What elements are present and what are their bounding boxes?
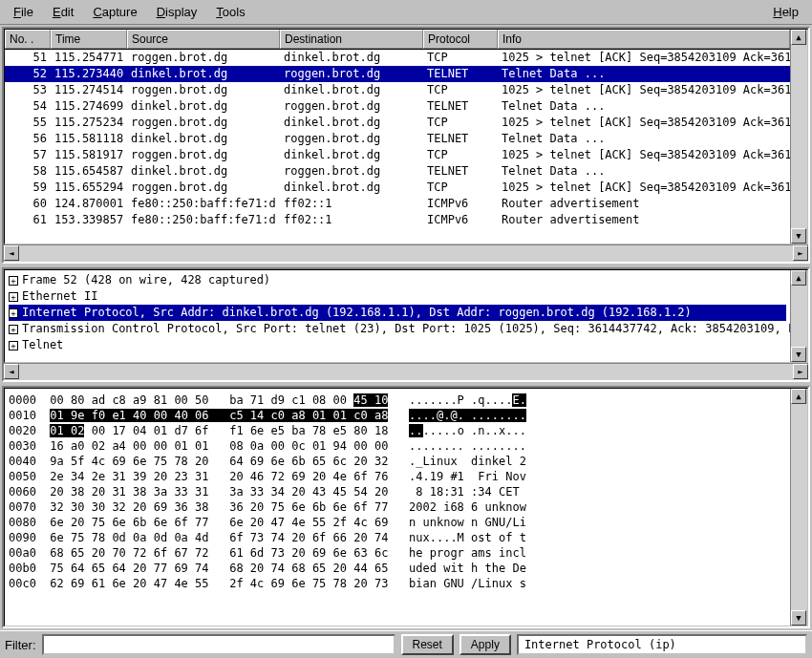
packet-cell: ICMPv6 bbox=[423, 196, 498, 212]
scroll-up-icon[interactable]: ▲ bbox=[791, 389, 806, 404]
packet-cell: 57 bbox=[5, 147, 51, 163]
scroll-right-icon[interactable]: ► bbox=[793, 364, 808, 379]
col-header-time[interactable]: Time bbox=[51, 30, 127, 49]
tree-row[interactable]: +Transmission Control Protocol, Src Port… bbox=[9, 321, 786, 337]
tree-row[interactable]: +Ethernet II bbox=[9, 288, 786, 305]
packet-cell: 53 bbox=[5, 82, 51, 98]
protocol-tree-pane: +Frame 52 (428 on wire, 428 captured)+Et… bbox=[2, 267, 810, 382]
scroll-up-icon[interactable]: ▲ bbox=[791, 30, 806, 45]
packet-cell: 115.275234 bbox=[51, 115, 127, 131]
col-header-source[interactable]: Source bbox=[127, 30, 280, 49]
packet-cell: 1025 > telnet [ACK] Seq=3854203109 Ack=3… bbox=[498, 50, 790, 66]
packet-cell: 1025 > telnet [ACK] Seq=3854203109 Ack=3… bbox=[498, 147, 790, 163]
col-header-protocol[interactable]: Protocol bbox=[423, 30, 498, 49]
hex-vscrollbar[interactable]: ▲ ▼ bbox=[790, 389, 807, 626]
packet-cell: 115.655294 bbox=[51, 180, 127, 196]
scroll-right-icon[interactable]: ► bbox=[793, 245, 808, 261]
packet-cell: TCP bbox=[423, 115, 498, 131]
packet-cell: fe80::250:baff:fe71:d bbox=[127, 212, 280, 228]
tree-label: Ethernet II bbox=[22, 288, 97, 305]
menu-edit[interactable]: Edit bbox=[43, 3, 83, 21]
packet-cell: 115.581917 bbox=[51, 147, 127, 163]
status-text: Internet Protocol (ip) bbox=[517, 634, 807, 655]
packet-row[interactable]: 56115.581118dinkel.brot.dgroggen.brot.dg… bbox=[5, 131, 790, 147]
apply-button[interactable]: Apply bbox=[459, 634, 511, 655]
packet-cell: TELNET bbox=[423, 98, 498, 115]
hex-line: 0080 6e 20 75 6e 6b 6e 6f 77 6e 20 47 4e… bbox=[9, 515, 786, 530]
packet-cell: ff02::1 bbox=[280, 196, 423, 212]
packet-cell: 1025 > telnet [ACK] Seq=3854203109 Ack=3… bbox=[498, 115, 790, 131]
scroll-left-icon[interactable]: ◄ bbox=[4, 245, 19, 261]
expand-icon[interactable]: + bbox=[9, 341, 18, 350]
expand-icon[interactable]: + bbox=[9, 292, 18, 302]
hex-line: 0060 20 38 20 31 38 3a 33 31 3a 33 34 20… bbox=[9, 484, 786, 499]
hex-line: 0090 6e 75 78 0d 0a 0d 0a 4d 6f 73 74 20… bbox=[9, 530, 786, 545]
packet-cell: 52 bbox=[5, 66, 51, 82]
hex-dump-pane: 0000 00 80 ad c8 a9 81 00 50 ba 71 d9 c1… bbox=[2, 386, 810, 628]
packet-list-body[interactable]: 51115.254771roggen.brot.dgdinkel.brot.dg… bbox=[5, 50, 790, 228]
packet-cell: dinkel.brot.dg bbox=[280, 82, 423, 98]
packet-row[interactable]: 52115.273440dinkel.brot.dgroggen.brot.dg… bbox=[5, 66, 790, 82]
packet-row[interactable]: 54115.274699dinkel.brot.dgroggen.brot.dg… bbox=[5, 98, 790, 115]
expand-icon[interactable]: + bbox=[9, 276, 18, 286]
packet-cell: roggen.brot.dg bbox=[127, 50, 280, 66]
tree-hscrollbar[interactable]: ◄ ► bbox=[4, 363, 808, 380]
scroll-down-icon[interactable]: ▼ bbox=[791, 610, 806, 626]
packet-cell: dinkel.brot.dg bbox=[127, 98, 280, 115]
packet-cell: dinkel.brot.dg bbox=[280, 147, 423, 163]
col-header-info[interactable]: Info bbox=[498, 30, 790, 49]
packet-row[interactable]: 57115.581917roggen.brot.dgdinkel.brot.dg… bbox=[5, 147, 790, 163]
packet-row[interactable]: 58115.654587dinkel.brot.dgroggen.brot.dg… bbox=[5, 163, 790, 180]
packet-row[interactable]: 60124.870001fe80::250:baff:fe71:dff02::1… bbox=[5, 196, 790, 212]
tree-vscrollbar[interactable]: ▲ ▼ bbox=[790, 270, 807, 362]
packet-row[interactable]: 53115.274514roggen.brot.dgdinkel.brot.dg… bbox=[5, 82, 790, 98]
reset-button[interactable]: Reset bbox=[401, 634, 454, 655]
menu-tools[interactable]: Tools bbox=[206, 3, 254, 21]
packet-cell: TCP bbox=[423, 50, 498, 66]
packet-cell: 115.581118 bbox=[51, 131, 127, 147]
hex-line: 0050 2e 34 2e 31 39 20 23 31 20 46 72 69… bbox=[9, 469, 786, 484]
packet-row[interactable]: 51115.254771roggen.brot.dgdinkel.brot.dg… bbox=[5, 50, 790, 66]
protocol-tree-body[interactable]: +Frame 52 (428 on wire, 428 captured)+Et… bbox=[5, 270, 790, 362]
packet-cell: roggen.brot.dg bbox=[127, 82, 280, 98]
packet-cell: 115.273440 bbox=[51, 66, 127, 82]
scroll-up-icon[interactable]: ▲ bbox=[791, 270, 806, 286]
packet-cell: 153.339857 bbox=[51, 212, 127, 228]
tree-row[interactable]: +Internet Protocol, Src Addr: dinkel.bro… bbox=[9, 305, 786, 321]
expand-icon[interactable]: + bbox=[9, 308, 18, 318]
menu-display[interactable]: Display bbox=[147, 3, 207, 21]
packet-cell: 56 bbox=[5, 131, 51, 147]
packet-row[interactable]: 59115.655294roggen.brot.dgdinkel.brot.dg… bbox=[5, 180, 790, 196]
packet-list-hscrollbar[interactable]: ◄ ► bbox=[4, 244, 808, 262]
hex-dump-body[interactable]: 0000 00 80 ad c8 a9 81 00 50 ba 71 d9 c1… bbox=[5, 389, 790, 626]
packet-cell: 115.254771 bbox=[51, 50, 127, 66]
packet-cell: 115.274699 bbox=[51, 98, 127, 115]
scroll-down-icon[interactable]: ▼ bbox=[791, 228, 806, 244]
tree-row[interactable]: +Telnet bbox=[9, 337, 786, 353]
expand-icon[interactable]: + bbox=[9, 325, 18, 334]
packet-cell: TCP bbox=[423, 82, 498, 98]
packet-cell: dinkel.brot.dg bbox=[127, 131, 280, 147]
packet-list-vscrollbar[interactable]: ▲ ▼ bbox=[790, 30, 807, 244]
packet-cell: roggen.brot.dg bbox=[280, 131, 423, 147]
packet-row[interactable]: 55115.275234roggen.brot.dgdinkel.brot.dg… bbox=[5, 115, 790, 131]
menu-help[interactable]: Help bbox=[763, 3, 808, 21]
menu-file[interactable]: File bbox=[4, 3, 43, 21]
menu-capture[interactable]: Capture bbox=[83, 3, 146, 21]
col-header-destination[interactable]: Destination bbox=[280, 30, 423, 49]
tree-row[interactable]: +Frame 52 (428 on wire, 428 captured) bbox=[9, 272, 786, 288]
tree-label: Frame 52 (428 on wire, 428 captured) bbox=[22, 272, 270, 288]
col-header-no[interactable]: No. . bbox=[5, 30, 51, 49]
scroll-down-icon[interactable]: ▼ bbox=[791, 347, 806, 362]
packet-cell: 115.274514 bbox=[51, 82, 127, 98]
scroll-left-icon[interactable]: ◄ bbox=[4, 364, 19, 379]
filter-input[interactable] bbox=[42, 634, 395, 655]
packet-cell: dinkel.brot.dg bbox=[280, 180, 423, 196]
packet-cell: 58 bbox=[5, 163, 51, 180]
hex-line: 0010 01 9e f0 e1 40 00 40 06 c5 14 c0 a8… bbox=[9, 408, 786, 423]
packet-cell: Router advertisement bbox=[498, 196, 790, 212]
packet-list-pane: No. . Time Source Destination Protocol I… bbox=[2, 27, 810, 264]
tree-label: Telnet bbox=[22, 337, 63, 353]
packet-row[interactable]: 61153.339857fe80::250:baff:fe71:dff02::1… bbox=[5, 212, 790, 228]
packet-cell: ICMPv6 bbox=[423, 212, 498, 228]
